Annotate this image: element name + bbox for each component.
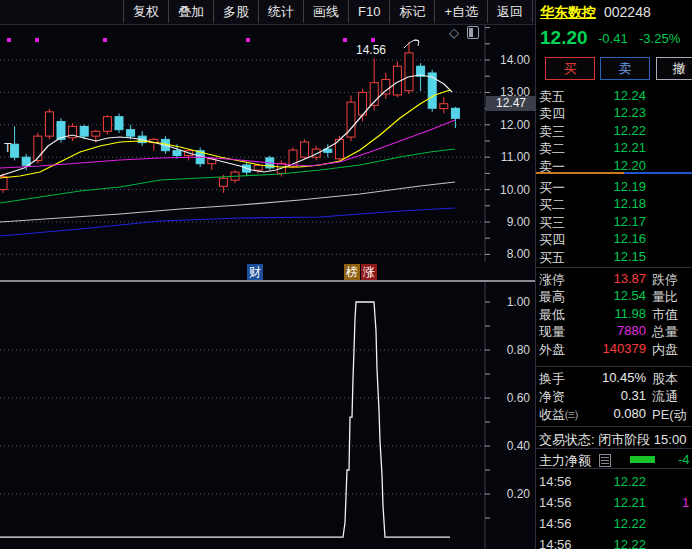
diamond-icon[interactable]: ◇ [449,26,459,39]
menu-item-7[interactable]: 标记 [389,0,434,23]
stock-app-window: 复权叠加多股统计画线F10标记+自选返回 14.0013.0012.0011.0… [0,0,692,549]
candlestick-chart[interactable]: 14.0013.0012.0011.0010.009.008.00 [0,25,535,266]
stock-code: 002248 [604,4,651,20]
price-change-percent: -3.25% [639,31,680,46]
svg-text:11.00: 11.00 [501,150,530,164]
book-divider-orange [536,172,624,174]
menu-item-2[interactable]: 叠加 [168,0,213,23]
top-menu-bar: 复权叠加多股统计画线F10标记+自选返回 [0,0,535,25]
menu-item-3[interactable]: 多股 [213,0,258,23]
svg-text:12.00: 12.00 [500,118,530,132]
chart-corner-icons: ◇ [449,26,479,39]
svg-text:1.00: 1.00 [507,295,531,309]
badge-2[interactable]: 榜 [344,264,360,280]
badge-1[interactable]: 财 [247,264,263,280]
svg-text:14.00: 14.00 [500,53,530,67]
svg-text:9.00: 9.00 [507,215,531,229]
last-price: 12.20 [540,27,588,49]
panel-divider [536,426,692,427]
cancel-order-button[interactable]: 撤 [656,57,692,80]
main-flow-bar [630,456,655,463]
sell-button[interactable]: 卖 [600,57,650,80]
last-price-tag: 12.47 [486,96,536,111]
menu-item-9[interactable]: 返回 [487,0,533,23]
MA-gray [0,182,455,222]
svg-text:0.60: 0.60 [507,391,531,405]
menu-item-6[interactable]: F10 [348,0,389,23]
quote-panel: 华东数控 002248 12.20 -0.41 -3.25% 买 卖 撤 卖五1… [535,0,692,549]
main-flow-value: -4 [678,452,690,467]
trade-status: 交易状态: 闭市阶段 15:00 [539,431,686,449]
MA-yellow [0,90,450,178]
sub-chart-svg: 1.000.800.600.400.20 [0,282,535,549]
stock-name[interactable]: 华东数控 [540,4,596,22]
panel-divider [536,448,692,449]
panel-divider [536,267,692,268]
buy-button[interactable]: 买 [545,57,595,80]
panel-divider [536,468,692,469]
list-icon[interactable] [599,454,611,467]
menu-item-4[interactable]: 统计 [258,0,303,23]
badge-3[interactable]: 涨 [361,264,377,280]
menu-items: 复权叠加多股统计画线F10标记+自选返回 [123,0,533,24]
t-event-marker: T [4,141,11,155]
svg-text:0.40: 0.40 [507,439,531,453]
price-change: -0.41 [598,31,628,46]
high-price-annotation: 14.56 [356,43,386,57]
menu-item-8[interactable]: +自选 [434,0,487,23]
panel-divider [536,366,692,367]
indicator-chart[interactable]: 1.000.800.600.400.20 [0,282,535,549]
book-divider-blue [624,172,692,174]
svg-text:0.20: 0.20 [507,487,531,501]
svg-text:10.00: 10.00 [500,183,530,197]
svg-text:0.80: 0.80 [507,343,531,357]
signal-line [0,302,450,537]
svg-text:8.00: 8.00 [507,247,531,261]
panel-layout-icon[interactable] [467,26,479,39]
menu-item-1[interactable]: 复权 [123,0,168,23]
menu-item-5[interactable]: 画线 [303,0,348,23]
main-chart-svg: 14.0013.0012.0011.0010.009.008.00 [0,25,535,262]
